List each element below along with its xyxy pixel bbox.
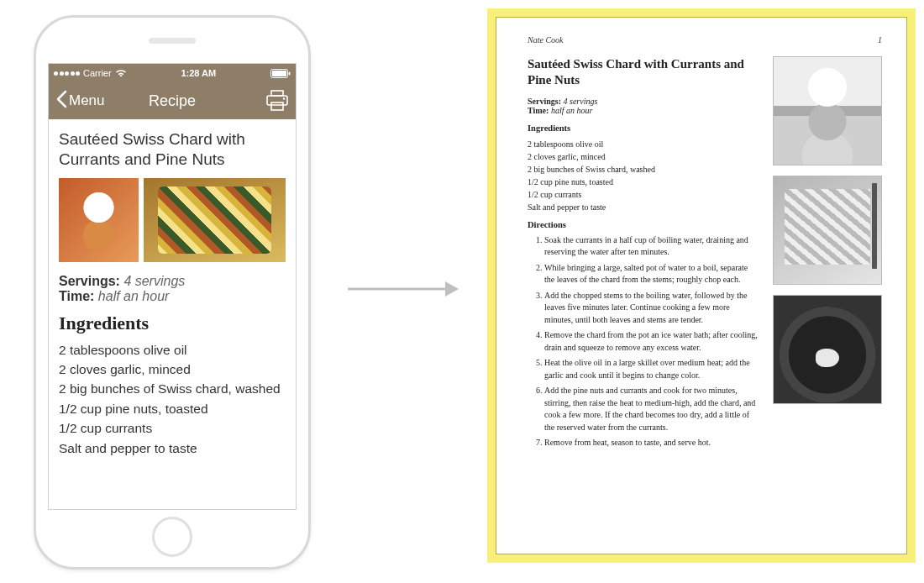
svg-rect-1 xyxy=(272,71,286,76)
recipe-photo[interactable] xyxy=(144,178,286,262)
print-author: Nate Cook xyxy=(528,35,564,45)
recipe-meta: Servings: 4 servings Time: half an hour xyxy=(59,274,286,304)
direction-item: Remove from heat, season to taste, and s… xyxy=(544,437,758,449)
nav-bar: Menu Recipe xyxy=(49,82,296,119)
print-title: Sautéed Swiss Chard with Currants and Pi… xyxy=(528,56,758,88)
ingredient-item: 2 big bunches of Swiss chard, washed xyxy=(528,163,758,176)
ingredient-item: 2 cloves garlic, minced xyxy=(528,150,758,163)
print-servings-label: Servings: xyxy=(528,97,561,106)
ingredient-item: Salt and pepper to taste xyxy=(528,201,758,213)
chevron-left-icon xyxy=(55,90,67,112)
print-photo xyxy=(773,176,882,285)
wifi-icon xyxy=(115,69,127,77)
print-ingredients-list: 2 tablespoons olive oil2 cloves garlic, … xyxy=(528,138,758,213)
phone-speaker xyxy=(149,38,196,44)
status-bar: Carrier 1:28 AM xyxy=(49,64,296,82)
direction-item: Add the pine nuts and currants and cook … xyxy=(544,385,758,433)
ingredient-item: 2 tablespoons olive oil xyxy=(528,138,758,150)
phone-screen: Carrier 1:28 AM Menu Recipe xyxy=(48,63,297,510)
carrier-label: Carrier xyxy=(83,68,112,78)
time-value: half an hour xyxy=(98,289,170,303)
print-header: Nate Cook 1 xyxy=(528,35,882,45)
print-ingredients-heading: Ingredients xyxy=(528,123,758,133)
ingredient-item: 2 cloves garlic, minced xyxy=(59,360,286,379)
print-button[interactable] xyxy=(265,90,289,112)
ingredients-list: 2 tablespoons olive oil2 cloves garlic, … xyxy=(59,341,286,459)
ingredient-item: Salt and pepper to taste xyxy=(59,439,286,458)
recipe-content[interactable]: Sautéed Swiss Chard with Currants and Pi… xyxy=(49,119,296,509)
phone-frame: Carrier 1:28 AM Menu Recipe xyxy=(34,15,311,570)
status-time: 1:28 AM xyxy=(181,68,216,78)
svg-rect-3 xyxy=(271,91,283,96)
signal-icon xyxy=(54,71,80,76)
ingredient-item: 1/2 cup currants xyxy=(528,188,758,201)
ingredient-item: 1/2 cup currants xyxy=(59,419,286,438)
svg-rect-2 xyxy=(289,71,291,75)
servings-label: Servings: xyxy=(59,274,120,288)
svg-rect-5 xyxy=(271,102,283,110)
print-servings-value: 4 servings xyxy=(564,97,598,106)
direction-item: Soak the currants in a half cup of boili… xyxy=(544,234,758,259)
svg-rect-4 xyxy=(267,96,287,105)
home-button[interactable] xyxy=(152,517,192,557)
print-preview: Nate Cook 1 Sautéed Swiss Chard with Cur… xyxy=(487,8,916,563)
arrow-icon xyxy=(344,277,462,304)
print-page-number: 1 xyxy=(878,35,882,45)
recipe-photo[interactable] xyxy=(59,178,139,262)
ingredients-heading: Ingredients xyxy=(59,313,286,334)
battery-icon xyxy=(270,69,291,78)
print-directions-list: Soak the currants in a half cup of boili… xyxy=(528,234,758,449)
recipe-title: Sautéed Swiss Chard with Currants and Pi… xyxy=(59,129,286,170)
ingredient-item: 2 tablespoons olive oil xyxy=(59,341,286,360)
svg-point-6 xyxy=(283,97,285,99)
print-time-label: Time: xyxy=(528,106,549,115)
direction-item: Heat the olive oil in a large skillet ov… xyxy=(544,357,758,381)
back-button[interactable]: Menu xyxy=(55,90,105,112)
photo-row xyxy=(59,178,286,262)
direction-item: While bringing a large, salted pot of wa… xyxy=(544,262,758,286)
print-photos xyxy=(773,56,882,453)
direction-item: Add the chopped stems to the boiling wat… xyxy=(544,290,758,327)
time-label: Time: xyxy=(59,289,94,303)
print-photo xyxy=(773,56,882,165)
servings-value: 4 servings xyxy=(123,274,185,288)
ingredient-item: 2 big bunches of Swiss chard, washed xyxy=(59,380,286,398)
back-label: Menu xyxy=(69,92,105,109)
ingredient-item: 1/2 cup pine nuts, toasted xyxy=(59,400,286,418)
print-directions-heading: Directions xyxy=(528,220,758,229)
ingredient-item: 1/2 cup pine nuts, toasted xyxy=(528,176,758,188)
print-photo xyxy=(773,295,882,404)
print-time-value: half an hour xyxy=(551,106,592,115)
direction-item: Remove the chard from the pot an ice wat… xyxy=(544,329,758,354)
print-meta: Servings: 4 servings Time: half an hour xyxy=(528,97,758,115)
